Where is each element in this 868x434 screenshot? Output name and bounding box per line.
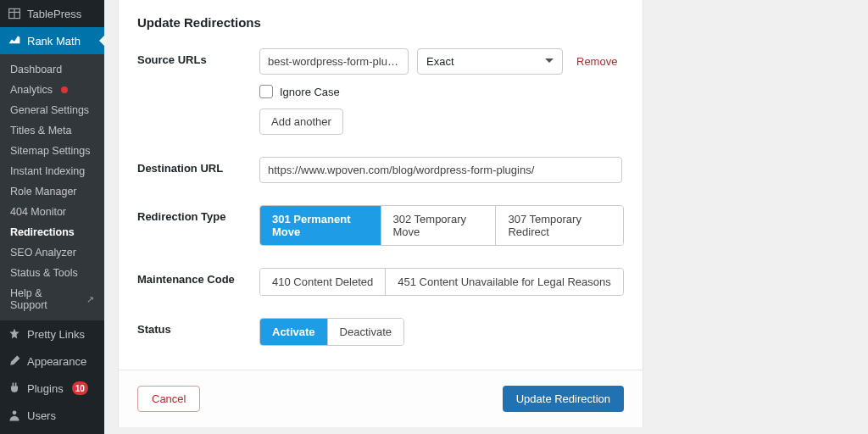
- ignore-case-label: Ignore Case: [280, 86, 340, 98]
- redir-302[interactable]: 302 Temporary Move: [381, 206, 497, 245]
- sidebar-item-users[interactable]: Users: [0, 402, 104, 429]
- sub-instant-indexing[interactable]: Instant Indexing: [0, 161, 104, 181]
- sidebar-item-label: Plugins: [27, 382, 64, 395]
- sidebar-item-tablepress[interactable]: TablePress: [0, 0, 104, 27]
- ignore-case-checkbox[interactable]: [259, 85, 273, 98]
- sidebar-item-plugins[interactable]: Plugins 10: [0, 375, 104, 402]
- sidebar-item-tools[interactable]: Tools: [0, 429, 104, 434]
- table-icon: [7, 6, 22, 21]
- sub-404-monitor[interactable]: 404 Monitor: [0, 202, 104, 222]
- sub-help-support[interactable]: Help & Support↗: [0, 283, 104, 315]
- redir-301[interactable]: 301 Permanent Move: [260, 206, 381, 245]
- source-urls-label: Source URLs: [137, 48, 259, 66]
- status-activate[interactable]: Activate: [260, 319, 328, 345]
- destination-url-input[interactable]: [259, 157, 622, 183]
- remove-link[interactable]: Remove: [576, 55, 617, 68]
- svg-point-3: [13, 410, 17, 415]
- chart-icon: [7, 33, 22, 48]
- update-redirection-button[interactable]: Update Redirection: [503, 386, 624, 412]
- plug-icon: [7, 381, 22, 396]
- sub-titles-meta[interactable]: Titles & Meta: [0, 120, 104, 141]
- maint-451[interactable]: 451 Content Unavailable for Legal Reason…: [386, 269, 623, 295]
- redir-307[interactable]: 307 Temporary Redirect: [496, 206, 623, 245]
- sub-sitemap[interactable]: Sitemap Settings: [0, 141, 104, 161]
- user-icon: [7, 408, 22, 423]
- panel-title: Update Redirections: [137, 15, 624, 30]
- sub-seo-analyzer[interactable]: SEO Analyzer: [0, 242, 104, 263]
- star-icon: [7, 326, 22, 342]
- source-url-input[interactable]: [259, 48, 409, 75]
- redirection-type-group: 301 Permanent Move 302 Temporary Move 30…: [259, 205, 624, 246]
- sidebar-item-label: Users: [27, 409, 56, 422]
- rankmath-submenu: Dashboard Analytics General Settings Tit…: [0, 54, 104, 320]
- admin-sidebar: TablePress Rank Math Dashboard Analytics…: [0, 0, 104, 434]
- sub-role-manager[interactable]: Role Manager: [0, 181, 104, 202]
- sidebar-item-label: Pretty Links: [27, 328, 85, 341]
- sidebar-item-label: TablePress: [27, 8, 81, 20]
- plugins-badge: 10: [72, 381, 88, 395]
- sidebar-item-rankmath[interactable]: Rank Math: [0, 27, 104, 54]
- maintenance-code-label: Maintenance Code: [137, 268, 259, 286]
- sub-redirections[interactable]: Redirections: [0, 222, 104, 242]
- main-content: Update Redirections Source URLs Exact Re…: [104, 0, 868, 434]
- destination-label: Destination URL: [137, 157, 259, 175]
- notification-dot: [61, 86, 68, 93]
- sub-analytics[interactable]: Analytics: [0, 80, 104, 100]
- sidebar-item-label: Appearance: [27, 355, 86, 368]
- add-another-button[interactable]: Add another: [259, 108, 343, 135]
- sub-status-tools[interactable]: Status & Tools: [0, 263, 104, 283]
- match-type-select[interactable]: Exact: [417, 48, 563, 75]
- status-deactivate[interactable]: Deactivate: [328, 319, 403, 345]
- status-label: Status: [137, 318, 259, 336]
- sidebar-item-prettylinks[interactable]: Pretty Links: [0, 320, 104, 348]
- maintenance-code-group: 410 Content Deleted 451 Content Unavaila…: [259, 268, 624, 296]
- sub-general-settings[interactable]: General Settings: [0, 100, 104, 120]
- panel-footer: Cancel Update Redirection: [119, 370, 643, 427]
- redirection-type-label: Redirection Type: [137, 205, 259, 223]
- sidebar-item-appearance[interactable]: Appearance: [0, 348, 104, 375]
- maint-410[interactable]: 410 Content Deleted: [260, 269, 386, 295]
- cancel-button[interactable]: Cancel: [137, 386, 200, 412]
- sidebar-item-label: Rank Math: [27, 35, 81, 47]
- external-icon: ↗: [86, 294, 94, 305]
- sub-dashboard[interactable]: Dashboard: [0, 59, 104, 80]
- brush-icon: [7, 353, 22, 369]
- status-group: Activate Deactivate: [259, 318, 404, 346]
- redirection-panel: Update Redirections Source URLs Exact Re…: [118, 0, 643, 427]
